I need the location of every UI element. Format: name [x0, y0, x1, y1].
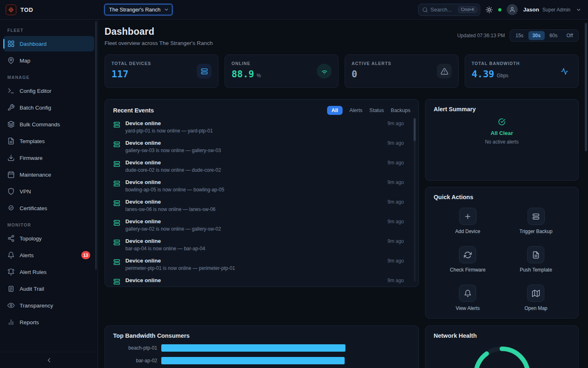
sidebar-item-firmware[interactable]: Firmware — [3, 150, 94, 166]
event-row[interactable]: Device online 9m ago — [113, 276, 410, 287]
quick-action-label: Open Map — [524, 305, 547, 311]
sidebar-item-transparency[interactable]: Transparency — [3, 298, 94, 313]
bell-icon — [464, 289, 472, 297]
search-box[interactable]: Cmd+K — [418, 4, 480, 16]
event-title: Device online — [125, 218, 388, 224]
theme-toggle-button[interactable] — [486, 6, 493, 13]
quick-action-label: View Alerts — [456, 305, 480, 311]
page-scrollbar[interactable] — [585, 23, 587, 151]
sidebar-item-vpn[interactable]: VPN — [3, 184, 94, 199]
certificate-icon — [7, 204, 15, 212]
interval-60s[interactable]: 60s — [546, 31, 561, 40]
event-title: Device online — [125, 140, 388, 146]
grid-icon — [7, 40, 15, 47]
sidebar-item-dashboard[interactable]: Dashboard — [3, 36, 94, 52]
event-time: 9m ago — [388, 238, 404, 244]
server-icon — [113, 160, 120, 168]
event-time: 9m ago — [388, 258, 404, 264]
sidebar-item-topology[interactable]: Topology — [3, 231, 94, 246]
event-time: 9m ago — [388, 180, 404, 185]
event-row[interactable]: Device online yard-ptp-01 is now online … — [113, 119, 410, 139]
search-shortcut-badge: Cmd+K — [458, 6, 478, 13]
site-selector[interactable]: The Stranger's Ranch — [105, 4, 172, 15]
sidebar-item-label: Batch Config — [20, 105, 51, 111]
sidebar-scrollbar[interactable] — [95, 21, 97, 270]
layers-icon — [7, 121, 15, 128]
topbar-right: Cmd+K Jason Super Admin — [418, 4, 588, 16]
network-health-card: Network Health — [425, 325, 579, 368]
clipboard-icon — [7, 285, 15, 292]
quick-action-check-firmware[interactable]: Check Firmware — [450, 246, 486, 273]
page-subtitle: Fleet overview across The Stranger's Ran… — [105, 40, 213, 46]
sidebar: FLEET Dashboard Map MANAGE Config Editor… — [0, 20, 98, 368]
event-row[interactable]: Device online gallery-sw-02 is now onlin… — [113, 217, 410, 237]
event-title: Device online — [125, 238, 388, 244]
sidebar-item-alerts[interactable]: Alerts 13 — [3, 247, 94, 263]
chevron-down-icon — [576, 7, 581, 13]
sidebar-item-templates[interactable]: Templates — [3, 133, 94, 149]
network-health-title: Network Health — [434, 332, 570, 339]
server-icon — [113, 219, 120, 227]
server-icon — [113, 121, 120, 128]
sidebar-item-alert-rules[interactable]: Alert Rules — [3, 264, 94, 280]
search-input[interactable] — [430, 7, 455, 13]
sidebar-section-monitor: MONITOR — [7, 222, 90, 227]
topology-icon — [7, 235, 15, 242]
server-icon — [113, 180, 120, 187]
interval-30s[interactable]: 30s — [528, 31, 545, 40]
interval-off[interactable]: Off — [562, 31, 577, 40]
sidebar-item-label: VPN — [20, 188, 31, 195]
filter-status[interactable]: Status — [370, 108, 384, 113]
terminal-icon — [7, 87, 15, 94]
search-icon — [422, 7, 428, 13]
sidebar-item-audit-trail[interactable]: Audit Trail — [3, 281, 94, 296]
sidebar-collapse-button[interactable] — [0, 352, 98, 368]
stat-label: ACTIVE ALERTS — [352, 61, 452, 66]
event-row[interactable]: Device online dude-core-02 is now online… — [113, 158, 410, 178]
alert-summary-detail: No active alerts — [485, 139, 519, 145]
avatar[interactable] — [507, 4, 518, 15]
event-row[interactable]: Device online bar-ap-04 is now online — … — [113, 237, 410, 256]
sidebar-item-batch-config[interactable]: Batch Config — [3, 100, 94, 115]
event-row[interactable]: Device online bowling-ap-05 is now onlin… — [113, 178, 410, 197]
sidebar-item-map[interactable]: Map — [3, 53, 94, 68]
quick-action-add-device[interactable]: Add Device — [455, 208, 480, 234]
server-icon — [113, 239, 120, 246]
user-icon — [509, 7, 515, 13]
sidebar-item-maintenance[interactable]: Maintenance — [3, 167, 94, 182]
event-filters: All Alerts Status Backups — [327, 106, 410, 115]
filter-all[interactable]: All — [327, 106, 343, 115]
stat-label: TOTAL DEVICES — [111, 61, 212, 66]
quick-action-trigger-backup[interactable]: Trigger Backup — [519, 208, 552, 234]
server-icon — [113, 278, 120, 285]
event-row[interactable]: Device online gallery-sw-03 is now onlin… — [113, 139, 410, 158]
sidebar-item-label: Maintenance — [20, 172, 51, 178]
sidebar-item-certificates[interactable]: Certificates — [3, 200, 94, 216]
quick-action-open-map[interactable]: Open Map — [524, 285, 547, 311]
event-row[interactable]: Device online perimeter-ptp-01 is now on… — [113, 256, 410, 276]
sidebar-item-label: Transparency — [20, 303, 53, 309]
filter-alerts[interactable]: Alerts — [350, 108, 363, 113]
app-logo — [6, 4, 16, 15]
bandwidth-card: Top Bandwidth Consumers beach-ptp-01 bar… — [105, 325, 419, 368]
bandwidth-bar-track — [161, 357, 410, 364]
interval-15s[interactable]: 15s — [511, 31, 527, 40]
events-scrollbar[interactable] — [414, 118, 416, 282]
sidebar-item-config-editor[interactable]: Config Editor — [3, 83, 94, 99]
sidebar-item-reports[interactable]: Reports — [3, 314, 94, 330]
diamond-logo-icon — [8, 7, 14, 13]
stat-cards: TOTAL DEVICES 117 ONLINE 88.9 % ACTIVE A… — [105, 54, 579, 88]
quick-action-view-alerts[interactable]: View Alerts — [456, 285, 480, 311]
bandwidth-row: bar-ap-02 — [113, 357, 410, 364]
server-icon — [113, 200, 120, 207]
user-menu-button[interactable] — [576, 7, 581, 13]
quick-action-label: Trigger Backup — [519, 229, 552, 234]
quick-action-push-template[interactable]: Push Template — [520, 246, 552, 273]
sidebar-item-label: Bulk Commands — [20, 121, 60, 128]
filter-backups[interactable]: Backups — [391, 108, 410, 113]
event-row[interactable]: Device online lanes-sw-06 is now online … — [113, 197, 410, 217]
event-time: 9m ago — [388, 140, 404, 146]
refresh-interval-group: 15s 30s 60s Off — [510, 29, 579, 42]
sidebar-item-bulk-commands[interactable]: Bulk Commands — [3, 117, 94, 132]
events-scrollbar-thumb[interactable] — [414, 118, 416, 141]
